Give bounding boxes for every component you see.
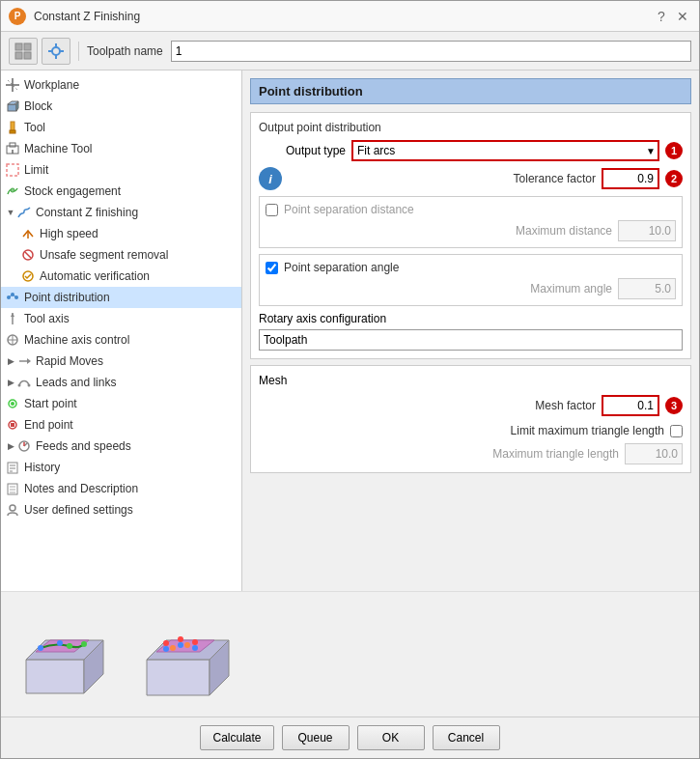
sidebar-item-limit[interactable]: Limit [1, 159, 241, 181]
point-sep-angle-checkbox[interactable] [266, 262, 278, 274]
app-icon: P [9, 8, 26, 25]
rotary-input[interactable] [259, 329, 683, 351]
mesh-factor-input[interactable] [602, 395, 659, 416]
sidebar-item-point-dist[interactable]: Point distribution [1, 287, 241, 308]
sidebar-item-machine-axis[interactable]: Machine axis control [1, 329, 241, 351]
preview-box-2 [132, 606, 238, 703]
svg-line-24 [25, 252, 31, 258]
tool-icon [5, 120, 20, 135]
history-icon [5, 460, 20, 475]
settings-icon [47, 42, 65, 60]
limit-triangle-checkbox[interactable] [670, 425, 683, 437]
grid-icon [14, 42, 32, 60]
info-icon: i [259, 167, 282, 190]
svg-rect-8 [60, 50, 64, 52]
sidebar-item-feeds[interactable]: ▶ Feeds and speeds [1, 436, 241, 457]
tolerance-input[interactable] [602, 168, 659, 189]
svg-point-40 [11, 402, 14, 406]
auto-verify-icon [20, 268, 36, 284]
sidebar-item-notes[interactable]: Notes and Description [1, 478, 241, 499]
section-title: Point distribution [259, 84, 363, 98]
sidebar-label-feeds: Feeds and speeds [36, 439, 131, 453]
sidebar-item-stock[interactable]: Stock engagement [1, 181, 241, 202]
sidebar-item-machine-tool[interactable]: Machine Tool [1, 138, 241, 159]
svg-point-58 [57, 640, 63, 646]
toolbar: Toolpath name [1, 32, 699, 70]
sidebar-item-history[interactable]: History [1, 457, 241, 478]
svg-point-38 [28, 384, 31, 387]
badge-1: 1 [665, 142, 683, 159]
constant-z-icon [16, 205, 32, 220]
sidebar-label-user-settings: User defined settings [24, 503, 133, 517]
svg-rect-2 [15, 52, 22, 59]
sidebar-item-start[interactable]: Start point [1, 393, 241, 414]
max-triangle-input[interactable] [625, 443, 683, 464]
svg-rect-5 [55, 43, 57, 47]
sidebar-label-cz: Constant Z finishing [36, 206, 138, 219]
sidebar-label-tool-axis: Tool axis [24, 312, 70, 325]
sidebar-label-point-dist: Point distribution [24, 291, 110, 304]
ok-button[interactable]: OK [357, 725, 425, 750]
sidebar-label-start: Start point [24, 397, 77, 410]
calculate-button[interactable]: Calculate [200, 725, 273, 750]
user-settings-icon [5, 502, 20, 518]
workplane-icon [5, 77, 20, 93]
svg-rect-1 [24, 43, 31, 50]
svg-point-68 [163, 640, 169, 646]
sidebar-label-workplane: Workplane [24, 78, 79, 92]
rapid-icon [16, 353, 32, 369]
sidebar-item-leads[interactable]: ▶ Leads and links [1, 372, 241, 393]
expand-icon-cz: ▼ [5, 207, 16, 218]
sidebar-item-block[interactable]: Block [1, 96, 241, 117]
sidebar-item-end[interactable]: End point [1, 414, 241, 436]
max-distance-input[interactable] [618, 220, 676, 241]
svg-point-4 [52, 47, 60, 55]
limit-icon [5, 162, 20, 178]
toolpath-input[interactable] [171, 41, 691, 62]
titlebar: P Constant Z Finishing ? ✕ [1, 1, 699, 32]
output-type-label: Output type [259, 144, 346, 157]
toolpath-label: Toolpath name [87, 44, 163, 58]
svg-point-21 [11, 188, 14, 192]
block-icon [5, 98, 20, 114]
expand-icon-feeds: ▶ [5, 440, 16, 452]
svg-rect-16 [10, 130, 15, 133]
toolbar-icon-2[interactable] [42, 38, 70, 65]
sidebar-item-constant-z[interactable]: ▼ Constant Z finishing [1, 202, 241, 223]
sidebar-item-user-settings[interactable]: User defined settings [1, 499, 241, 520]
sidebar-label-history: History [24, 461, 60, 474]
svg-marker-61 [147, 660, 210, 695]
sidebar-item-tool[interactable]: Tool [1, 117, 241, 138]
queue-button[interactable]: Queue [282, 725, 350, 750]
close-button[interactable]: ✕ [674, 8, 691, 25]
stock-icon [5, 183, 20, 199]
svg-marker-32 [11, 313, 14, 317]
rotary-label: Rotary axis configuration [259, 312, 683, 325]
sidebar: Workplane Block Tool Ma [1, 70, 242, 591]
sidebar-item-tool-axis[interactable]: Tool axis [1, 308, 241, 329]
svg-point-70 [192, 639, 198, 645]
cancel-button[interactable]: Cancel [433, 725, 500, 750]
tool-axis-icon [5, 311, 20, 326]
max-angle-input[interactable] [618, 278, 676, 299]
toolbar-icon-1[interactable] [9, 38, 38, 65]
badge-3: 3 [665, 397, 683, 414]
output-type-select[interactable]: Fit arcs Tolerance Angular [351, 140, 659, 161]
point-dist-icon [5, 290, 20, 305]
high-speed-icon [20, 226, 36, 241]
expand-icon-leads: ▶ [5, 377, 16, 388]
svg-rect-6 [55, 55, 57, 59]
sidebar-item-unsafe[interactable]: Unsafe segment removal [1, 244, 241, 266]
max-triangle-label: Maximum triangle length [492, 447, 619, 461]
svg-rect-42 [11, 423, 14, 427]
svg-rect-7 [48, 50, 52, 52]
help-button[interactable]: ? [653, 8, 670, 25]
svg-rect-20 [7, 164, 18, 176]
sidebar-item-high-speed[interactable]: High speed [1, 223, 241, 244]
sidebar-label-leads: Leads and links [36, 376, 116, 389]
sidebar-item-workplane[interactable]: Workplane [1, 74, 241, 96]
sidebar-item-rapid[interactable]: ▶ Rapid Moves [1, 351, 241, 372]
feeds-icon [16, 438, 32, 454]
point-sep-distance-checkbox[interactable] [266, 204, 278, 216]
sidebar-item-auto-verify[interactable]: Automatic verification [1, 266, 241, 287]
